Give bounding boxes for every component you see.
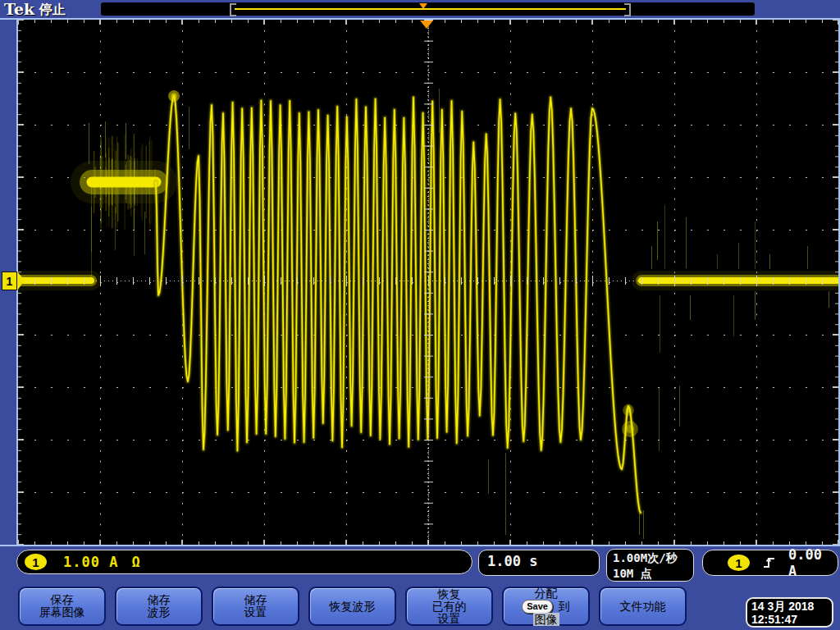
- record-window-line: [235, 8, 626, 10]
- acquisition-readout: 1.00M次/秒 10M 点: [606, 549, 694, 582]
- menu-button-recall-waveform[interactable]: 恢复波形: [308, 587, 396, 626]
- menu-button-save-screen-image[interactable]: 保存屏幕图像: [18, 587, 106, 626]
- acquisition-status: 停止: [39, 2, 66, 19]
- record-left-bracket: [230, 3, 236, 16]
- channel-readout: 1 1.00 A Ω: [16, 550, 472, 574]
- menu-button-file-utilities[interactable]: 文件功能: [599, 587, 687, 626]
- time-label: 12:51:47: [751, 613, 832, 626]
- oscilloscope-screen: Tek 停止 1 1 1.00 A Ω 1.00 s 1.00M次/秒 10M …: [0, 0, 840, 630]
- trigger-readout: 1 0.00 A: [702, 550, 838, 576]
- menu-button-recall-setup[interactable]: 恢复已有的设置: [405, 587, 493, 626]
- channel-1-badge: 1: [25, 554, 47, 570]
- channel-coupling: Ω: [131, 554, 140, 570]
- record-right-bracket: [624, 3, 631, 16]
- channel-scale: 1.00 A: [63, 554, 118, 570]
- menu-button-save-setup[interactable]: 储存设置: [212, 587, 299, 626]
- trigger-source-badge: 1: [728, 555, 750, 571]
- record-length: 10M 点: [613, 566, 693, 582]
- channel-1-marker: 1: [2, 272, 17, 290]
- trigger-position-icon: [420, 21, 433, 29]
- tek-logo: Tek: [4, 0, 34, 18]
- date-label: 14 3月 2018: [751, 600, 832, 613]
- scope-display: [18, 20, 838, 545]
- record-view-bar: [101, 2, 755, 16]
- record-trigger-marker-icon: [419, 3, 427, 9]
- menu-button-assign-save-to[interactable]: 分配Save 到图像: [502, 587, 590, 626]
- menu-button-save-waveform[interactable]: 储存波形: [115, 587, 203, 626]
- screen-border-bottom: [0, 545, 840, 546]
- rising-edge-icon: [763, 556, 775, 570]
- channel-1-marker-tip-icon: [17, 272, 25, 290]
- trigger-level: 0.00 A: [788, 546, 838, 579]
- assigned-target-highlight: 图像: [533, 613, 559, 626]
- datetime-display: 14 3月 2018 12:51:47: [746, 597, 833, 628]
- timebase-readout: 1.00 s: [478, 550, 600, 576]
- sample-rate: 1.00M次/秒: [613, 550, 693, 566]
- save-hardkey-badge: Save: [522, 600, 553, 614]
